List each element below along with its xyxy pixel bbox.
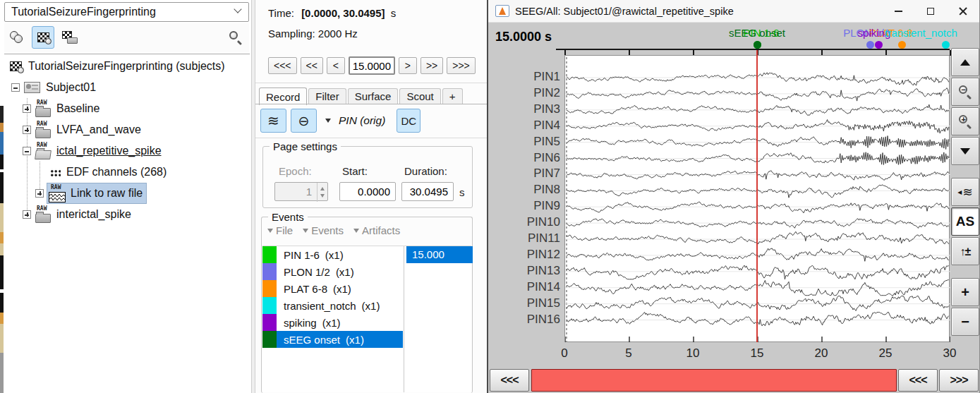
auto-scale-button[interactable]: AS <box>951 207 979 236</box>
epoch-stepper[interactable]: 1 <box>274 182 328 201</box>
start-time-input[interactable] <box>339 182 396 201</box>
tree-item-subject01[interactable]: Subject01 <box>4 77 250 98</box>
expand-icon[interactable] <box>23 104 31 113</box>
channel-label-pin2[interactable]: PIN2 <box>491 86 560 100</box>
scroll-down-button[interactable] <box>951 137 979 165</box>
channel-label-pin5[interactable]: PIN5 <box>491 135 560 149</box>
event-dot-transient-notch[interactable] <box>942 41 950 49</box>
viewer-titlebar[interactable]: SEEG/All: Subject01/@rawictal_repetitive… <box>488 0 979 23</box>
view-functional-by-subject-button[interactable] <box>32 26 54 49</box>
collapse-icon[interactable] <box>23 147 31 155</box>
tab-add[interactable]: + <box>442 88 463 104</box>
montage-dropdown-icon[interactable] <box>325 119 331 123</box>
event-group-row[interactable]: PLAT 6-8 (x1) <box>262 280 403 297</box>
channel-label-pin14[interactable]: PIN14 <box>491 280 560 294</box>
minimize-button[interactable] <box>882 0 914 23</box>
fast-back-button[interactable]: << <box>301 57 323 74</box>
tree-item-lvfa-and-wave[interactable]: RAW LVFA_and_wave <box>4 119 250 140</box>
event-dot-plon-1-2[interactable] <box>866 41 874 49</box>
page-forward-button[interactable]: >>> <box>447 57 476 74</box>
tree-item-baseline[interactable]: RAW Baseline <box>4 98 250 119</box>
increase-gain-button[interactable]: + <box>951 278 979 306</box>
channel-label-pin12[interactable]: PIN12 <box>491 248 560 262</box>
collapse-icon[interactable] <box>11 83 20 92</box>
channel-label-pin16[interactable]: PIN16 <box>491 313 560 327</box>
time-label: Time: <box>268 7 294 19</box>
menu-artifacts[interactable]: Artifacts <box>353 224 400 236</box>
protocol-selector[interactable]: TutorialSeizureFingerprinting <box>4 2 249 22</box>
event-name: PLAT 6-8 <box>284 283 327 295</box>
tree-item-protocol-root[interactable]: TutorialSeizureFingerprinting (subjects) <box>4 56 250 77</box>
tab-surface[interactable]: Surface <box>348 88 399 104</box>
zoom-out-button[interactable]: − <box>951 78 979 106</box>
raw-link-icon: RAW <box>49 184 67 202</box>
scroll-up-button[interactable] <box>951 48 979 76</box>
expand-icon[interactable] <box>23 126 31 134</box>
view-functional-by-condition-button[interactable] <box>59 26 81 49</box>
view-subjects-button[interactable] <box>6 26 28 49</box>
page-back-button[interactable]: <<< <box>268 57 297 74</box>
time-cursor[interactable] <box>756 50 758 342</box>
step-back-button[interactable]: < <box>327 57 345 74</box>
channel-label-pin7[interactable]: PIN7 <box>491 167 560 181</box>
current-time-input[interactable] <box>349 56 395 75</box>
tab-record[interactable]: Record <box>259 87 307 105</box>
event-dot-plat-6-8[interactable] <box>898 41 906 49</box>
event-group-row-selected[interactable]: sEEG onset (x1) <box>262 331 403 348</box>
dc-removal-button[interactable]: DC <box>397 109 421 133</box>
event-group-row[interactable]: PLON 1/2 (x1) <box>262 263 403 280</box>
half-page-left-button[interactable]: <<< <box>898 369 938 392</box>
tab-filter[interactable]: Filter <box>308 88 346 104</box>
maximize-button[interactable] <box>914 0 947 23</box>
decrease-gain-button[interactable]: − <box>951 308 979 336</box>
channel-label-pin8[interactable]: PIN8 <box>491 183 560 197</box>
channel-label-pin9[interactable]: PIN9 <box>491 199 560 213</box>
display-mode-button[interactable] <box>260 109 286 133</box>
montage-selector[interactable]: PIN (orig) <box>339 114 385 127</box>
step-forward-button[interactable]: > <box>399 57 417 74</box>
tree-item-ictal-repetitive-spike[interactable]: RAW ictal_repetitive_spike <box>4 140 250 162</box>
channel-label-pin6[interactable]: PIN6 <box>491 151 560 165</box>
duration-input[interactable] <box>401 182 454 201</box>
page-left-button[interactable]: <<< <box>490 369 529 392</box>
matlab-icon <box>495 5 509 17</box>
channel-label-pin15[interactable]: PIN15 <box>491 296 560 310</box>
time-scrollbar[interactable] <box>531 369 897 392</box>
tree-item-interictal-spike[interactable]: RAW interictal_spike <box>4 204 250 225</box>
half-page-right-button[interactable]: >>> <box>939 369 979 392</box>
search-database-button[interactable] <box>224 26 247 49</box>
channel-label-pin1[interactable]: PIN1 <box>491 70 560 84</box>
menu-file[interactable]: File <box>267 224 293 236</box>
close-button[interactable] <box>947 0 979 23</box>
menu-label: Artifacts <box>362 224 400 236</box>
channel-label-pin4[interactable]: PIN4 <box>491 119 560 133</box>
tab-scout[interactable]: Scout <box>399 88 440 104</box>
uniform-scale-button[interactable] <box>291 109 317 133</box>
expand-icon[interactable] <box>35 189 44 198</box>
fast-forward-button[interactable]: >> <box>421 57 443 74</box>
channel-label-pin13[interactable]: PIN13 <box>491 264 560 278</box>
flip-page-button[interactable] <box>951 178 979 206</box>
zoom-out-icon: − <box>958 85 972 99</box>
event-group-row[interactable]: spiking (x1) <box>262 314 403 331</box>
tree-item-link-to-raw-file[interactable]: RAW Link to raw file <box>4 183 250 204</box>
channel-file-icon <box>49 169 61 176</box>
channel-label-pin10[interactable]: PIN10 <box>491 215 560 229</box>
zoom-in-button[interactable]: + <box>951 107 979 135</box>
event-dot-seeg-onset[interactable] <box>754 41 761 49</box>
protocol-icon <box>10 61 22 71</box>
tree-item-edf-channels[interactable]: EDF channels (268) <box>4 162 250 183</box>
menu-events[interactable]: Events <box>303 224 344 236</box>
x-tick-label: 5 <box>625 346 631 361</box>
expand-icon[interactable] <box>23 210 31 219</box>
event-dot-spiking[interactable] <box>875 41 883 49</box>
gain-mode-button[interactable] <box>951 237 979 265</box>
channel-label-pin11[interactable]: PIN11 <box>491 231 560 246</box>
channel-label-pin3[interactable]: PIN3 <box>491 102 560 116</box>
time-navigation: <<< << < > >> >>> <box>268 56 476 75</box>
event-group-row[interactable]: transient_notch (x1) <box>262 297 403 314</box>
event-occurrence-selected[interactable]: 15.000 <box>406 246 473 263</box>
database-explorer-panel: TutorialSeizureFingerprinting TutorialSe… <box>0 0 251 393</box>
spinner-arrows-icon[interactable] <box>317 183 327 202</box>
event-group-row[interactable]: PIN 1-6 (x1) <box>262 246 403 263</box>
